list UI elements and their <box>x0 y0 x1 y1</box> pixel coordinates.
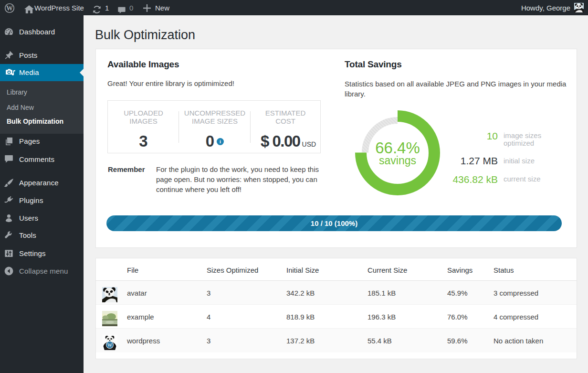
svg-text:W: W <box>107 342 112 348</box>
svg-text:i: i <box>220 139 221 144</box>
svg-text:W: W <box>6 5 13 12</box>
